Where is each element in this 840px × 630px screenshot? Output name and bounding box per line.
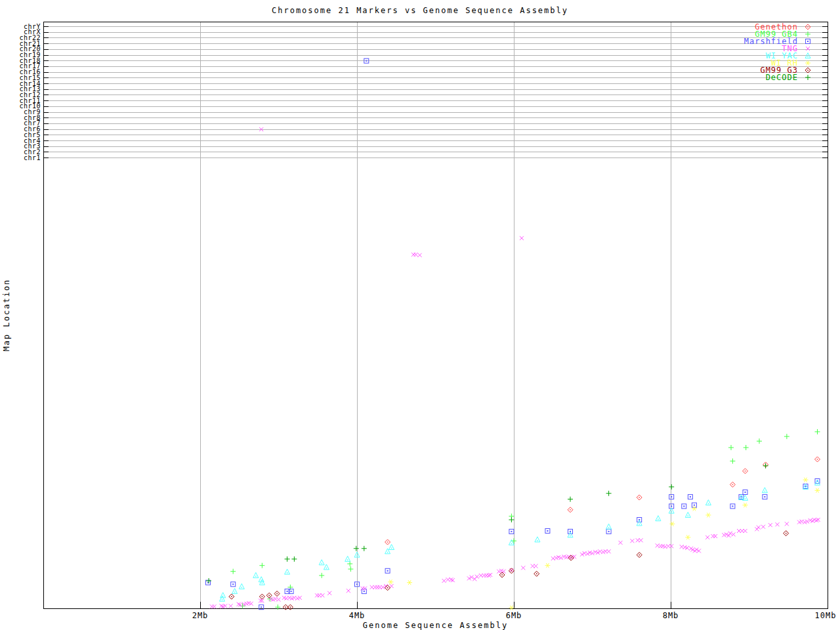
data-point [692, 503, 696, 507]
data-point [362, 546, 367, 551]
x-tick-label-10Mb: 10Mb [815, 611, 837, 620]
data-point [815, 429, 820, 434]
data-point [345, 556, 350, 561]
data-point [713, 534, 717, 538]
x-tick-label-8Mb: 8Mb [663, 611, 679, 620]
data-point [521, 566, 525, 570]
data-point [347, 561, 352, 566]
data-point [385, 568, 390, 573]
data-point [213, 604, 217, 608]
data-point [568, 532, 573, 537]
data-point [784, 434, 789, 439]
data-point [656, 516, 661, 521]
data-point [757, 526, 761, 530]
data-point [509, 529, 514, 534]
data-point [442, 579, 446, 583]
plot-border [43, 22, 828, 608]
data-point [743, 469, 748, 474]
data-point [509, 539, 514, 545]
data-point [606, 524, 612, 529]
data-point [509, 517, 514, 522]
data-point [239, 583, 244, 589]
data-point [669, 495, 674, 499]
data-point [682, 504, 686, 509]
data-point [475, 575, 479, 579]
data-point [744, 445, 749, 450]
y-axis-label: Map Location [2, 279, 11, 352]
data-point [730, 482, 735, 487]
data-point [231, 582, 236, 587]
data-point [705, 536, 709, 539]
data-point [534, 571, 539, 576]
data-point [259, 594, 264, 599]
data-point [385, 539, 390, 545]
data-point [803, 478, 808, 482]
data-point [619, 541, 623, 545]
data-point [815, 457, 820, 462]
legend-label: DeCODE [766, 74, 798, 81]
data-point [229, 594, 234, 599]
data-point [705, 500, 711, 505]
data-point [784, 531, 789, 536]
data-point [509, 606, 514, 610]
data-point [275, 604, 280, 610]
data-point [535, 537, 540, 542]
data-point [319, 560, 324, 565]
data-point [743, 490, 747, 495]
data-point [229, 604, 233, 608]
data-point [692, 507, 697, 511]
data-point [509, 568, 514, 574]
data-point [776, 522, 780, 526]
data-point [520, 236, 524, 240]
data-point [346, 589, 350, 593]
data-point [732, 532, 736, 536]
chart-title: Chromosome 21 Markers vs Genome Sequence… [0, 6, 840, 15]
data-point [607, 549, 611, 553]
legend-marker-icon [804, 74, 812, 81]
chr-label-chr1: chr1 [0, 155, 41, 161]
data-point [319, 573, 324, 578]
data-point [743, 503, 748, 507]
data-point [669, 484, 674, 490]
data-point [230, 569, 236, 574]
data-point [637, 520, 642, 526]
data-point [757, 438, 762, 444]
data-point [606, 491, 612, 496]
data-point [768, 523, 772, 527]
data-point [763, 495, 767, 499]
data-point [730, 504, 735, 509]
data-point [730, 459, 735, 464]
data-point [705, 513, 711, 517]
data-point [220, 596, 225, 601]
data-point [534, 564, 538, 568]
x-tick-label-2Mb: 2Mb [192, 611, 209, 620]
legend-row-decode: DeCODE [653, 74, 812, 81]
data-point [232, 589, 238, 594]
x-tick-label-4Mb: 4Mb [349, 611, 366, 620]
data-point [785, 522, 789, 526]
data-point [285, 556, 290, 562]
data-point [253, 572, 259, 578]
data-point [407, 580, 412, 585]
data-point [630, 539, 634, 543]
data-point [545, 563, 550, 568]
data-point [418, 253, 422, 257]
data-point [354, 546, 359, 551]
data-point [815, 488, 820, 493]
data-point [389, 545, 394, 550]
data-point [348, 566, 353, 572]
data-point [274, 591, 280, 597]
data-point [363, 587, 367, 591]
data-point [259, 563, 264, 568]
data-point [606, 529, 611, 534]
data-point [744, 529, 747, 533]
data-point [327, 591, 331, 595]
x-tick-label-6Mb: 6Mb [506, 611, 522, 620]
data-point [637, 495, 642, 500]
data-point [320, 593, 324, 597]
data-point [545, 529, 550, 534]
data-point [637, 553, 642, 558]
data-point [688, 495, 692, 499]
data-point [669, 544, 673, 548]
data-point [639, 538, 643, 542]
